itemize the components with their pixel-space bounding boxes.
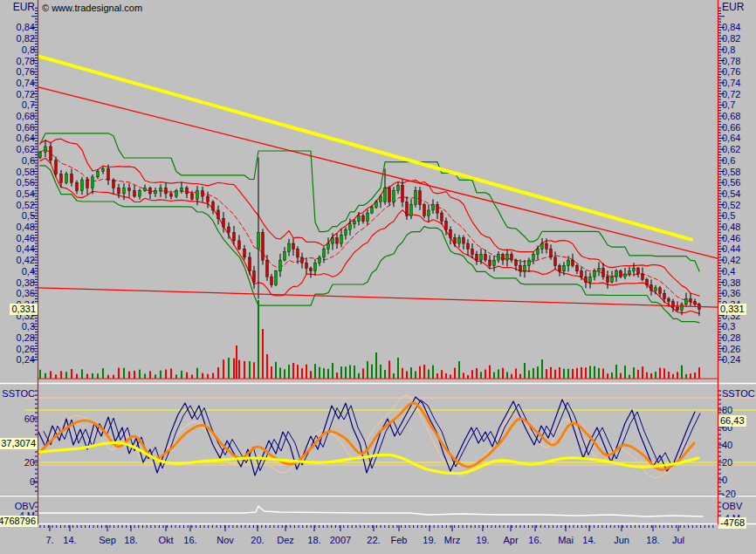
yellow-trendline [38, 56, 691, 239]
volume-bar [349, 365, 351, 379]
volume-bar [212, 373, 214, 379]
volume-bar [288, 365, 290, 379]
candle [288, 243, 291, 252]
candle [415, 191, 417, 205]
volume-bar [123, 368, 125, 379]
date-label: 19. [468, 535, 498, 545]
candle [39, 152, 42, 157]
date-label: 18. [116, 535, 146, 545]
price-axis-label-right: 0,66 [722, 122, 740, 133]
candle [533, 255, 535, 260]
volume-bar [519, 374, 521, 379]
volume-bar [585, 367, 587, 379]
price-axis-title-right: EUR [722, 2, 744, 13]
candle [388, 188, 391, 202]
volume-bar [165, 370, 167, 379]
candle [637, 269, 640, 274]
panel-splitter-stoch-obv[interactable] [0, 493, 756, 497]
candle [223, 218, 225, 227]
volume-bar [170, 368, 172, 379]
stoch-axis-label-right: 20 [722, 457, 732, 468]
candle [249, 257, 251, 271]
volume-bar [567, 369, 569, 379]
candle [97, 172, 100, 177]
candle [191, 194, 194, 199]
stoch-axis-label-right: 0 [722, 475, 727, 485]
candle [511, 255, 513, 260]
volume-bar [71, 369, 72, 379]
price-axis-label-right: 0,6 [722, 155, 735, 166]
date-label: 2007 [326, 535, 355, 545]
volume-bar [340, 366, 342, 379]
volume-bar [629, 375, 630, 379]
stoch-panel-title-left: SSTOC [0, 388, 35, 400]
price-axis-label-left: 0,56 [0, 177, 35, 188]
volume-bar [314, 364, 316, 379]
candle [228, 227, 230, 232]
volume-bar [301, 368, 303, 379]
candle [406, 202, 409, 215]
candle [86, 180, 89, 188]
candle [262, 232, 265, 260]
candle [65, 174, 68, 183]
candle [550, 249, 553, 257]
price-plot-area[interactable] [39, 133, 701, 379]
price-axis-label-right: 0,82 [722, 33, 740, 44]
obv-panel-title-right: OBV [722, 501, 742, 512]
candle [155, 191, 157, 194]
candle [567, 260, 570, 265]
volume-bar [589, 366, 591, 379]
volume-bar [39, 370, 41, 379]
volume-bar [217, 367, 219, 379]
candle [524, 265, 526, 270]
volume-bar [45, 373, 46, 379]
volume-bar [323, 368, 325, 379]
candle [572, 260, 574, 265]
trading-chart-window: © www.tradesignal.com EUR EUR SSTOC SSTO… [0, 0, 756, 554]
volume-bar [533, 368, 534, 379]
candle [107, 168, 110, 180]
candle [362, 215, 365, 221]
volume-bar [611, 373, 613, 379]
volume-bar [650, 373, 652, 379]
volume-bar [436, 373, 438, 379]
volume-bar [258, 300, 259, 379]
volume-bar [375, 352, 377, 379]
volume-bar [50, 371, 52, 379]
candle [327, 243, 330, 249]
candle [340, 236, 343, 244]
candle [633, 269, 636, 271]
price-axis-label-right: 0,64 [722, 133, 740, 143]
volume-bar [445, 373, 447, 379]
volume-bar [336, 373, 338, 379]
candle [677, 307, 679, 310]
price-axis-label-right: 0,58 [722, 167, 740, 177]
date-label: 14. [55, 535, 85, 545]
volume-bar [441, 370, 443, 379]
candle [515, 260, 518, 265]
price-axis-label-right: 0,24 [722, 354, 740, 365]
panel-splitter-price-stoch[interactable] [0, 381, 756, 386]
volume-bar [202, 373, 203, 379]
price-axis-label-left: 0,28 [0, 332, 35, 343]
volume-bar [384, 370, 386, 379]
volume-bar [541, 359, 543, 379]
volume-bar [576, 368, 578, 379]
candle [45, 147, 47, 152]
candle [690, 299, 692, 302]
volume-bar [685, 374, 687, 379]
volume-bar [149, 371, 151, 379]
candle [358, 215, 361, 221]
volume-bar [681, 366, 683, 379]
volume-bar [284, 369, 285, 379]
volume-bar [128, 372, 130, 379]
candle [149, 188, 152, 194]
volume-bar [694, 373, 696, 379]
chart-canvas[interactable] [0, 0, 756, 554]
price-axis-label-left: 0,5 [0, 210, 35, 221]
candle [506, 255, 509, 260]
volume-bar [181, 371, 182, 379]
candle [454, 238, 457, 243]
volume-bar [118, 368, 120, 379]
candle [345, 229, 347, 235]
